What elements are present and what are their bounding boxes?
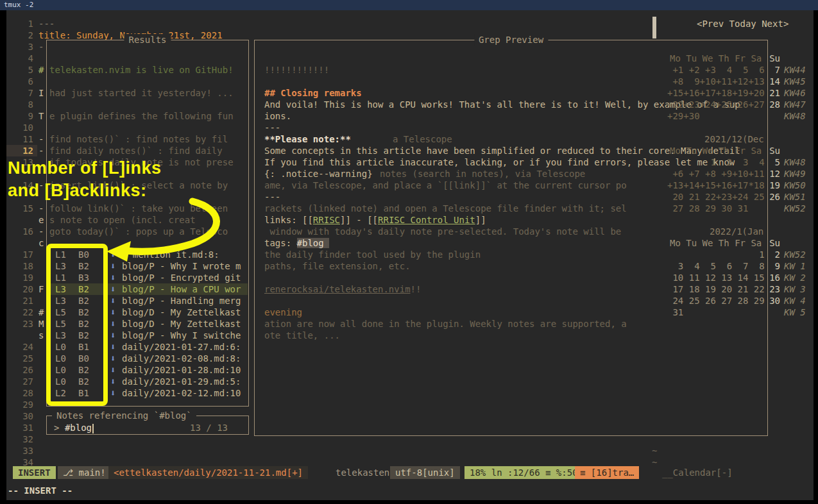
annotation-layer: Number of [L]inks and [B]acklinks: xyxy=(0,0,818,504)
annotation-arrow xyxy=(96,192,237,269)
annotation-text-line1: Number of [L]inks xyxy=(8,158,162,178)
